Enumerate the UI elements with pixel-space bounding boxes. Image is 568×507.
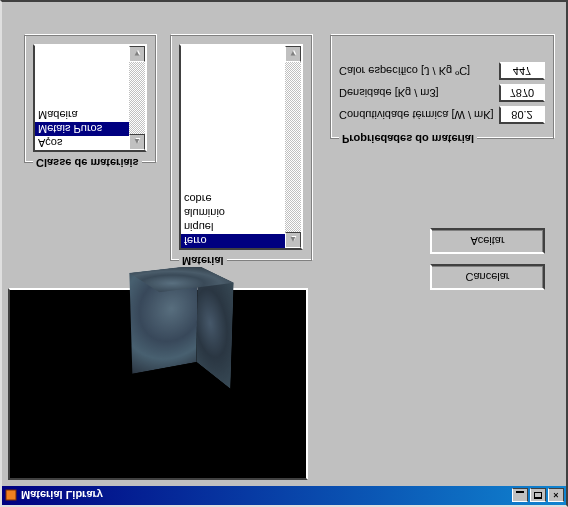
property-row: Densidade [Kg / m3] 7870 [339,84,545,102]
scroll-up-icon[interactable]: ▲ [129,134,145,150]
specific-heat-label: Calor específico [J / Kg ºC] [339,65,499,77]
properties-legend: Propriedades do material [339,133,477,145]
maximize-button[interactable] [530,489,546,503]
category-fieldset: Classe de materiais AçosMetais PurosMade… [24,35,156,163]
list-item[interactable]: cobre [181,192,301,206]
scrollbar[interactable]: ▲ ▼ [129,46,145,150]
minimize-button[interactable] [512,489,528,503]
cancel-button[interactable]: Cancelar [430,264,545,290]
material-library-window: Material Library × Classe de materiais A… [0,0,568,507]
cube-render [143,273,214,387]
list-item[interactable]: niquel [181,220,301,234]
density-label: Densidade [Kg / m3] [339,87,499,99]
thermal-conductivity-value: 80.2 [499,106,545,124]
property-row: Condutividade térmica [W / mK] 80.2 [339,106,545,124]
material-fieldset: Material ferroniquelaluminiocobre ▲ ▼ [170,35,312,261]
scroll-down-icon[interactable]: ▼ [129,46,145,62]
close-button[interactable]: × [548,489,564,503]
density-value: 7870 [499,84,545,102]
material-listbox[interactable]: ferroniquelaluminiocobre ▲ ▼ [179,44,303,250]
accept-button[interactable]: Aceitar [430,228,545,254]
scrollbar[interactable]: ▲ ▼ [285,46,301,248]
titlebar[interactable]: Material Library × [2,486,566,505]
thermal-conductivity-label: Condutividade térmica [W / mK] [339,109,499,121]
svg-rect-0 [6,491,16,501]
accept-label: Aceitar [470,235,504,247]
material-legend: Material [179,255,227,267]
cancel-label: Cancelar [465,271,509,283]
list-item[interactable]: ferro [181,234,301,248]
window-title: Material Library [21,490,510,502]
material-preview [8,288,308,480]
scroll-down-icon[interactable]: ▼ [285,46,301,62]
specific-heat-value: 447 [499,62,545,80]
app-icon [4,489,18,503]
client-area: Classe de materiais AçosMetais PurosMade… [2,2,566,486]
category-legend: Classe de materiais [33,157,142,169]
list-item[interactable]: aluminio [181,206,301,220]
properties-fieldset: Propriedades do material Condutividade t… [330,35,554,139]
category-listbox[interactable]: AçosMetais PurosMadeira ▲ ▼ [33,44,147,152]
property-row: Calor específico [J / Kg ºC] 447 [339,62,545,80]
scroll-up-icon[interactable]: ▲ [285,232,301,248]
